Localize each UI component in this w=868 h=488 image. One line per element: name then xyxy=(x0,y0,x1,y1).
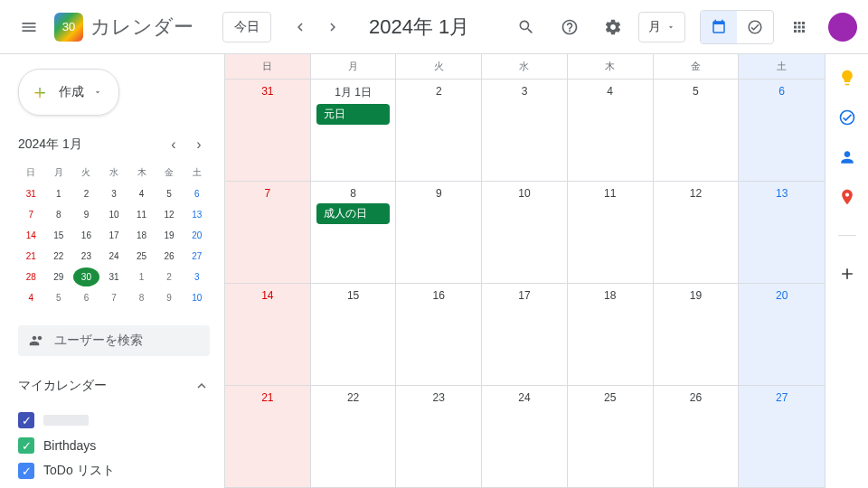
mini-day[interactable]: 27 xyxy=(184,247,210,266)
day-cell[interactable]: 15 xyxy=(311,284,397,385)
search-button[interactable] xyxy=(508,9,544,45)
day-cell[interactable]: 17 xyxy=(482,284,568,385)
day-cell[interactable]: 8成人の日 xyxy=(311,182,397,283)
settings-button[interactable] xyxy=(595,9,631,45)
search-people[interactable]: ユーザーを検索 xyxy=(18,325,210,356)
mini-day[interactable]: 21 xyxy=(18,247,44,266)
day-cell[interactable]: 16 xyxy=(396,284,482,385)
mini-day[interactable]: 31 xyxy=(18,184,44,203)
day-cell[interactable]: 14 xyxy=(225,284,311,385)
mini-day[interactable]: 10 xyxy=(101,205,127,224)
mini-day[interactable]: 15 xyxy=(46,226,72,245)
day-cell[interactable]: 19 xyxy=(654,284,740,385)
mini-day[interactable]: 7 xyxy=(18,205,44,224)
day-cell[interactable]: 3 xyxy=(482,80,568,181)
mini-day[interactable]: 3 xyxy=(101,184,127,203)
calendar-item[interactable]: ✓Birthdays xyxy=(18,437,210,454)
day-cell[interactable]: 13 xyxy=(739,182,825,283)
mini-day[interactable]: 1 xyxy=(128,267,155,286)
create-button[interactable]: ＋ 作成 xyxy=(18,69,119,116)
day-cell[interactable]: 5 xyxy=(654,80,740,181)
day-cell[interactable]: 26 xyxy=(654,386,740,487)
day-cell[interactable]: 18 xyxy=(568,284,654,385)
mini-day[interactable]: 28 xyxy=(18,267,44,286)
keep-icon[interactable] xyxy=(838,69,856,87)
checkbox[interactable]: ✓ xyxy=(18,463,34,479)
logo[interactable]: 30 カレンダー xyxy=(54,13,193,42)
day-cell[interactable]: 25 xyxy=(568,386,654,487)
mini-day[interactable]: 9 xyxy=(156,288,183,307)
day-cell[interactable]: 2 xyxy=(396,80,482,181)
mini-day[interactable]: 24 xyxy=(101,247,127,266)
view-selector[interactable]: 月 xyxy=(638,12,685,42)
mini-day[interactable]: 14 xyxy=(18,226,44,245)
apps-button[interactable] xyxy=(781,9,817,45)
day-cell[interactable]: 7 xyxy=(225,182,311,283)
mini-day[interactable]: 30 xyxy=(73,267,99,286)
calendar-item[interactable]: ✓ToDo リスト xyxy=(18,463,210,479)
mini-day[interactable]: 12 xyxy=(156,205,183,224)
mini-day[interactable]: 26 xyxy=(156,247,183,266)
day-cell[interactable]: 10 xyxy=(482,182,568,283)
mini-day[interactable]: 7 xyxy=(101,288,127,307)
help-button[interactable] xyxy=(552,9,588,45)
event-chip[interactable]: 元日 xyxy=(316,104,391,125)
day-cell[interactable]: 24 xyxy=(482,386,568,487)
day-cell[interactable]: 11 xyxy=(568,182,654,283)
mini-day[interactable]: 8 xyxy=(46,205,72,224)
mini-day[interactable]: 19 xyxy=(156,226,183,245)
mini-prev-button[interactable]: ‹ xyxy=(163,134,184,155)
mini-day[interactable]: 18 xyxy=(128,226,155,245)
mini-day[interactable]: 4 xyxy=(128,184,155,203)
prev-period-button[interactable] xyxy=(286,13,315,42)
mini-day[interactable]: 23 xyxy=(73,247,99,266)
mini-day[interactable]: 10 xyxy=(184,288,210,307)
mini-day[interactable]: 1 xyxy=(46,184,72,203)
mini-day[interactable]: 13 xyxy=(184,205,210,224)
day-cell[interactable]: 6 xyxy=(739,80,825,181)
calendar-item[interactable]: ✓ xyxy=(18,412,210,428)
mini-next-button[interactable]: › xyxy=(188,134,210,155)
calendar-view-button[interactable] xyxy=(701,11,737,43)
day-cell[interactable]: 27 xyxy=(739,386,825,487)
day-cell[interactable]: 23 xyxy=(396,386,482,487)
mini-day[interactable]: 6 xyxy=(73,288,99,307)
mini-day[interactable]: 4 xyxy=(18,288,44,307)
checkbox[interactable]: ✓ xyxy=(18,437,34,454)
mini-day[interactable]: 11 xyxy=(128,205,155,224)
mini-day[interactable]: 20 xyxy=(184,226,210,245)
contacts-icon[interactable] xyxy=(838,148,856,166)
mini-day[interactable]: 25 xyxy=(128,247,155,266)
mini-day[interactable]: 8 xyxy=(128,288,155,307)
day-cell[interactable]: 22 xyxy=(311,386,397,487)
day-cell[interactable]: 1月 1日元日 xyxy=(311,80,397,181)
today-button[interactable]: 今日 xyxy=(222,12,271,42)
mini-day[interactable]: 5 xyxy=(46,288,72,307)
mini-day[interactable]: 2 xyxy=(73,184,99,203)
my-calendars-header[interactable]: マイカレンダー xyxy=(18,378,210,394)
day-cell[interactable]: 9 xyxy=(396,182,482,283)
day-cell[interactable]: 20 xyxy=(739,284,825,385)
menu-button[interactable] xyxy=(11,9,47,45)
tasks-view-button[interactable] xyxy=(737,11,773,43)
maps-icon[interactable] xyxy=(838,188,856,206)
mini-day[interactable]: 29 xyxy=(46,267,72,286)
event-chip[interactable]: 成人の日 xyxy=(316,203,391,224)
mini-day[interactable]: 3 xyxy=(184,267,210,286)
mini-day[interactable]: 22 xyxy=(46,247,72,266)
avatar[interactable] xyxy=(828,13,857,42)
day-cell[interactable]: 4 xyxy=(568,80,654,181)
day-cell[interactable]: 31 xyxy=(225,80,311,181)
next-period-button[interactable] xyxy=(318,13,347,42)
mini-day[interactable]: 5 xyxy=(156,184,183,203)
mini-day[interactable]: 17 xyxy=(101,226,127,245)
mini-day[interactable]: 16 xyxy=(73,226,99,245)
day-cell[interactable]: 12 xyxy=(654,182,740,283)
tasks-icon[interactable] xyxy=(838,108,856,127)
mini-day[interactable]: 9 xyxy=(73,205,99,224)
mini-day[interactable]: 31 xyxy=(101,267,127,286)
checkbox[interactable]: ✓ xyxy=(18,412,34,428)
add-addon-button[interactable] xyxy=(838,265,856,283)
mini-day[interactable]: 2 xyxy=(156,267,183,286)
day-cell[interactable]: 21 xyxy=(225,386,311,487)
